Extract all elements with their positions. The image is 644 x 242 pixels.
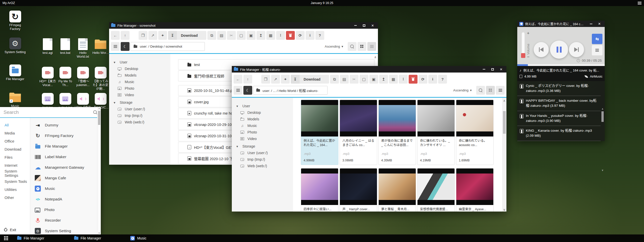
- toolbar-button[interactable]: [148, 31, 157, 40]
- progress-bar[interactable]: [517, 64, 605, 66]
- scroll-up-icon[interactable]: ∧: [374, 55, 376, 59]
- toolbar-button[interactable]: [438, 75, 447, 84]
- toolbar-button[interactable]: [111, 31, 120, 40]
- sidebar-item[interactable]: Video: [109, 92, 170, 98]
- category-item[interactable]: All: [0, 121, 30, 129]
- sidebar-item[interactable]: Video: [232, 135, 293, 142]
- maximize-button[interactable]: [489, 66, 496, 73]
- scroll-thumb[interactable]: [98, 111, 100, 125]
- app-list-item[interactable]: File Manager: [35, 141, 97, 152]
- app-list-scrollbar[interactable]: ∧ ∨: [97, 107, 101, 234]
- toolbar-button[interactable]: [266, 31, 275, 40]
- toolbar-button[interactable]: [234, 75, 242, 84]
- scroll-up-icon[interactable]: ∧: [503, 99, 505, 102]
- toolbar-button[interactable]: [139, 31, 147, 40]
- toolbar-button[interactable]: [399, 75, 408, 84]
- category-item[interactable]: Utilities: [0, 185, 30, 193]
- category-item[interactable]: Media: [0, 129, 30, 137]
- file-card[interactable]: 命に嫌われている。acoustic co... .mp3 1.69MB: [456, 100, 494, 165]
- toolbar-button[interactable]: [276, 31, 285, 40]
- toolbar-button[interactable]: [207, 31, 216, 40]
- toolbar-button[interactable]: [306, 31, 314, 40]
- sidebar-item[interactable]: tmp (tmp:/): [232, 156, 293, 163]
- scroll-down-icon[interactable]: ∨: [98, 231, 100, 234]
- playlist-item[interactable]: KING _ Kanaria cover. by 柘榴-zakuro-.mp3 …: [517, 126, 601, 141]
- toolbar-button[interactable]: [121, 31, 130, 40]
- taskbar-item[interactable]: File Manager: [15, 234, 47, 242]
- sidebar-item[interactable]: User (user:/): [232, 150, 293, 156]
- toolbar-button[interactable]: [227, 31, 236, 40]
- title-bar[interactable]: File Manager - screenshot ✕: [109, 22, 378, 29]
- top-menu-icon[interactable]: [638, 2, 641, 5]
- dark-mode-button[interactable]: [243, 86, 252, 95]
- minimize-button[interactable]: [352, 22, 359, 29]
- toolbar-button[interactable]: [360, 75, 368, 84]
- app-list-item[interactable]: NotepadA: [35, 194, 97, 204]
- system-brand[interactable]: My ArOZ: [3, 1, 15, 5]
- file-card[interactable]: 声 _ HarryP cover...: [340, 168, 377, 212]
- toolbar-button[interactable]: [418, 75, 427, 84]
- toolbar-button[interactable]: [379, 75, 388, 84]
- file-card[interactable]: 四季折々に揺蕩い...: [301, 168, 338, 212]
- dark-mode-button[interactable]: [121, 42, 130, 51]
- sidebar-item[interactable]: Web (web:/): [232, 163, 293, 169]
- title-bar[interactable]: File Manager - 柘榴-zakuro- ✕: [232, 66, 506, 73]
- search-button[interactable]: [348, 42, 357, 51]
- sidebar-item[interactable]: User: [109, 59, 170, 65]
- toolbar-button[interactable]: [247, 31, 255, 40]
- title-bar[interactable]: 例えば、今此処に置かれた花に _ 164 c… ✕: [517, 21, 605, 27]
- sort-dropdown[interactable]: Ascending ▾: [325, 45, 347, 48]
- search-input[interactable]: [4, 110, 93, 115]
- minimize-button[interactable]: [588, 21, 594, 27]
- app-list-item[interactable]: Management Gateway: [35, 162, 97, 173]
- grid-view-button[interactable]: [486, 86, 495, 95]
- scroll-thumb[interactable]: [503, 111, 506, 134]
- close-button[interactable]: ✕: [596, 21, 603, 27]
- grid-view-button[interactable]: [358, 42, 366, 51]
- next-track-button[interactable]: [569, 42, 584, 57]
- category-item[interactable]: Other: [0, 193, 30, 201]
- toolbar-button[interactable]: [217, 31, 226, 40]
- file-card[interactable]: 妄想感傷代償連盟...: [417, 168, 455, 212]
- taskbar-item[interactable]: Music: [128, 234, 149, 242]
- search-icon[interactable]: [93, 110, 97, 114]
- scroll-down-icon[interactable]: ∨: [503, 208, 505, 212]
- desktop-icon[interactable]: test.agi: [39, 38, 56, 59]
- desktop-icon[interactable]: System Setting: [4, 38, 26, 64]
- toolbar-button[interactable]: [389, 75, 398, 84]
- app-list-item[interactable]: Dummy: [35, 120, 97, 130]
- app-list-item[interactable]: Label Maker: [35, 152, 97, 162]
- playlist-item[interactable]: Cynic _ ポリスピカデリー cover. by 柘榴-zakuro-.mp…: [517, 81, 601, 96]
- file-card[interactable]: 夢と葉桜 _ 青木月...: [378, 168, 416, 212]
- pause-button[interactable]: [550, 41, 568, 59]
- search-button[interactable]: [476, 86, 485, 95]
- sidebar-item[interactable]: Photo: [109, 85, 170, 92]
- toolbar-button[interactable]: [428, 75, 437, 84]
- app-list-item[interactable]: FFmpeg Factory: [35, 130, 97, 141]
- sidebar-item[interactable]: tmp (tmp:/): [109, 112, 170, 119]
- scroll-thumb[interactable]: [601, 111, 604, 122]
- toolbar-button[interactable]: [330, 75, 339, 84]
- sidebar-item[interactable]: Photo: [232, 129, 293, 135]
- list-toggle-button[interactable]: [234, 86, 242, 95]
- volume-slider-handle[interactable]: [521, 53, 525, 58]
- scroll-up-icon[interactable]: ∧: [98, 107, 100, 110]
- file-card[interactable]: 幽霊東京 _ Ayase...: [456, 168, 494, 212]
- content-scrollbar[interactable]: ∧ ∨: [502, 98, 506, 212]
- playlist-item[interactable]: In Your Hands _ yusukeP cover. by 柘榴-zak…: [517, 111, 601, 126]
- sidebar-item[interactable]: Web (web:/): [109, 119, 170, 125]
- app-list-item[interactable]: Recorder: [35, 215, 97, 226]
- sidebar-item[interactable]: User (user:/): [109, 106, 170, 112]
- toolbar-button[interactable]: [237, 31, 246, 40]
- category-item[interactable]: System Settings: [0, 169, 30, 177]
- toolbar-button[interactable]: [296, 31, 305, 40]
- desktop-icon[interactable]: test.bat: [56, 38, 74, 59]
- toolbar-button[interactable]: [158, 31, 167, 40]
- app-list-item[interactable]: System Setting: [35, 226, 97, 234]
- path-box[interactable]: user: / Desktop / screenshot: [131, 42, 205, 51]
- sidebar-item[interactable]: User: [232, 103, 293, 109]
- scroll-down-icon[interactable]: ∨: [602, 169, 603, 171]
- desktop-icon[interactable]: Fly Me To Th...: [56, 67, 74, 91]
- toolbar-button[interactable]: [315, 31, 324, 40]
- desktop-icon[interactable]: HD⁶⁰【東方Vocal...: [39, 67, 56, 91]
